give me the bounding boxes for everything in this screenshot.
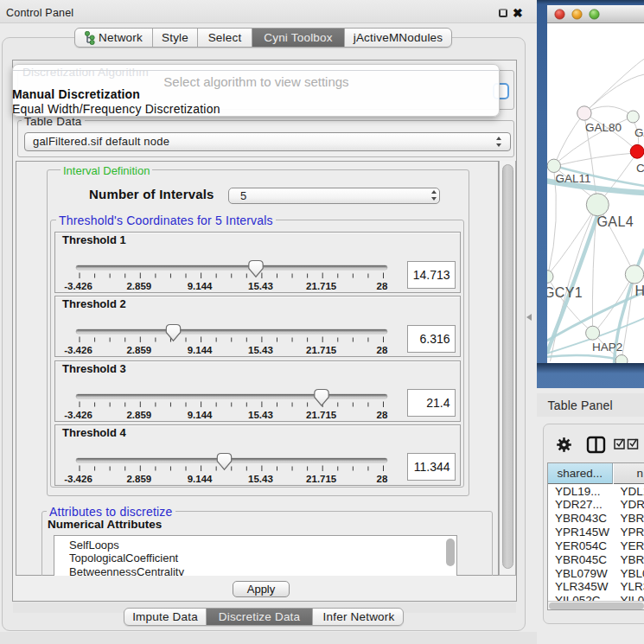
svg-text:GAL4: GAL4 [596, 214, 634, 229]
svg-text:15.43: 15.43 [248, 409, 273, 419]
svg-text:GAL80: GAL80 [585, 121, 622, 134]
svg-text:9.144: 9.144 [188, 409, 213, 419]
svg-text:15.43: 15.43 [248, 473, 273, 483]
svg-text:9.144: 9.144 [188, 345, 213, 355]
svg-text:H: H [634, 284, 644, 298]
svg-text:21.715: 21.715 [306, 345, 337, 355]
svg-text:GAL11: GAL11 [555, 172, 590, 185]
svg-text:28: 28 [377, 409, 388, 419]
svg-text:28: 28 [377, 281, 388, 291]
svg-text:9.144: 9.144 [188, 473, 213, 483]
svg-text:-3.426: -3.426 [64, 281, 92, 291]
svg-text:28: 28 [377, 473, 388, 483]
svg-text:-3.426: -3.426 [64, 345, 92, 355]
svg-text:2.859: 2.859 [126, 281, 151, 291]
svg-text:21.715: 21.715 [306, 473, 337, 483]
svg-text:C: C [636, 162, 644, 175]
svg-text:-3.426: -3.426 [64, 473, 92, 483]
svg-text:-3.426: -3.426 [64, 409, 92, 419]
svg-text:2.859: 2.859 [126, 473, 151, 483]
svg-text:2.859: 2.859 [126, 409, 151, 419]
svg-text:HAP2: HAP2 [592, 341, 622, 354]
svg-text:GA: GA [634, 126, 644, 139]
svg-text:28: 28 [377, 345, 388, 355]
svg-text:15.43: 15.43 [248, 281, 273, 291]
svg-text:21.715: 21.715 [306, 409, 337, 419]
svg-text:2.859: 2.859 [126, 345, 151, 355]
svg-text:9.144: 9.144 [188, 281, 213, 291]
svg-text:GCY1: GCY1 [547, 285, 583, 300]
svg-text:15.43: 15.43 [248, 345, 273, 355]
svg-text:21.715: 21.715 [306, 281, 337, 291]
